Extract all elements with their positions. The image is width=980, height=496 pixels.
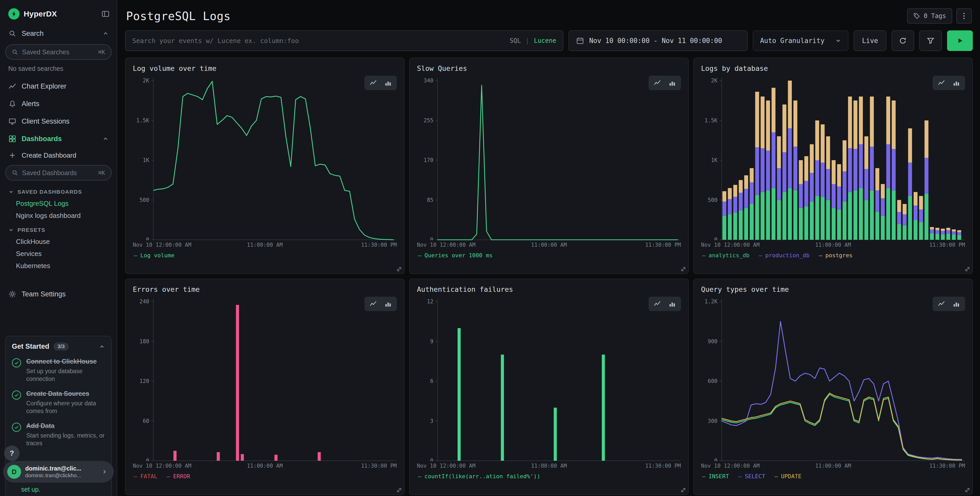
sidebar-item-client-sessions[interactable]: Client Sessions: [0, 113, 117, 130]
create-dashboard-button[interactable]: Create Dashboard: [0, 148, 117, 163]
time-range-picker[interactable]: Nov 10 00:00:00 - Nov 11 00:00:00: [568, 30, 748, 51]
lucene-mode-toggle[interactable]: Lucene: [534, 37, 557, 44]
line-chart-icon[interactable]: [935, 299, 948, 309]
legend-swatch: —: [819, 252, 822, 258]
resize-handle-icon[interactable]: [681, 266, 686, 272]
x-axis-labels: Nov 10 12:00:00 AM11:00:00 AM11:30:00 PM: [701, 463, 965, 469]
legend-item[interactable]: —UPDATE: [775, 473, 802, 480]
bar-chart-icon[interactable]: [666, 299, 678, 309]
live-button[interactable]: Live: [854, 30, 886, 51]
legend-item[interactable]: —countIf(like(arr..ation failed%')): [418, 473, 541, 480]
get-started-item-subtitle: Configure where your data comes from: [26, 399, 105, 415]
bar-chart-icon[interactable]: [382, 78, 394, 88]
get-started-progress-badge: 3/3: [54, 343, 69, 351]
svg-text:60: 60: [143, 418, 149, 424]
resize-handle-icon[interactable]: [396, 266, 402, 272]
sql-mode-toggle[interactable]: SQL: [510, 37, 521, 44]
legend-swatch: —: [702, 252, 705, 258]
line-chart-icon[interactable]: [651, 78, 663, 88]
filter-button[interactable]: [919, 30, 942, 51]
legend-swatch: —: [418, 473, 421, 480]
saved-dashboards-input[interactable]: Saved Dashboards ⌘K: [5, 165, 112, 180]
line-chart-icon[interactable]: [367, 78, 379, 88]
line-chart-icon[interactable]: [367, 299, 379, 309]
resize-handle-icon[interactable]: [396, 487, 402, 493]
sidebar-item-search[interactable]: Search: [0, 25, 117, 42]
legend-item[interactable]: —SELECT: [738, 473, 765, 480]
get-started-item-add-data[interactable]: Add Data Start sending logs, metrics, or…: [12, 421, 105, 447]
svg-text:255: 255: [423, 117, 433, 124]
bar-chart-icon[interactable]: [950, 78, 963, 88]
legend-item[interactable]: —INSERT: [702, 473, 729, 480]
chart-card-auth-failures: Authentication failures 129630 Nov 10 12…: [409, 279, 689, 495]
granularity-select[interactable]: Auto Granularity: [753, 30, 848, 51]
legend-label: ERROR: [173, 473, 190, 480]
presets-section-header[interactable]: PRESETS: [0, 222, 117, 236]
brand[interactable]: HyperDX: [8, 8, 57, 19]
gear-icon: [8, 290, 16, 298]
chart-card-errors: Errors over time 240180120600 Nov 10 12:…: [125, 279, 404, 495]
resize-handle-icon[interactable]: [964, 266, 970, 272]
svg-text:2K: 2K: [143, 78, 150, 84]
refresh-button[interactable]: [891, 30, 914, 51]
tags-button[interactable]: 0 Tags: [907, 8, 952, 24]
sidebar-item-team-settings[interactable]: Team Settings: [0, 285, 117, 303]
chart-title: Log volume over time: [133, 64, 397, 72]
sidebar-item-nginx-dashboard[interactable]: Nginx logs dashboard: [0, 210, 117, 222]
sidebar-item-postgresql-logs[interactable]: PostgreSQL Logs: [0, 198, 117, 210]
sidebar-item-kubernetes[interactable]: Kubernetes: [0, 260, 117, 272]
resize-handle-icon[interactable]: [681, 487, 686, 493]
bar-chart-icon[interactable]: [382, 299, 394, 309]
get-started-item-title: Add Data: [26, 421, 105, 430]
svg-text:0: 0: [146, 237, 149, 240]
run-query-button[interactable]: [947, 30, 973, 51]
legend-item[interactable]: —postgres: [819, 252, 853, 258]
get-started-item-title: Connect to ClickHouse: [26, 357, 105, 366]
chart-type-toggle: [649, 297, 681, 311]
chevron-up-icon[interactable]: [99, 343, 105, 350]
get-started-header[interactable]: Get Started 3/3: [12, 343, 105, 351]
bar-chart-icon[interactable]: [950, 299, 963, 309]
saved-dashboards-section-header[interactable]: SAVED DASHBOARDS: [0, 183, 117, 198]
sidebar-item-clickhouse[interactable]: ClickHouse: [0, 236, 117, 248]
legend-item[interactable]: —ERROR: [167, 473, 190, 480]
get-started-item-sources[interactable]: Create Data Sources Configure where your…: [12, 389, 105, 415]
sidebar-item-chart-explorer[interactable]: Chart Explorer: [0, 78, 117, 95]
x-tick-label: 11:00:00 AM: [505, 463, 593, 469]
legend-item[interactable]: —analytics_db: [702, 252, 749, 258]
chevron-up-icon: [102, 136, 108, 142]
divider: |: [525, 37, 529, 44]
query-toolbar: Search your events w/ Lucene ex. column:…: [125, 30, 973, 51]
more-menu-button[interactable]: [956, 8, 972, 24]
legend-label: Queries over 1000 ms: [425, 252, 493, 258]
chart-plot: 2K1.5K1K5000: [701, 75, 965, 240]
search-icon: [8, 30, 16, 37]
legend-swatch: —: [134, 252, 137, 258]
legend-item[interactable]: —FATAL: [134, 473, 157, 480]
sidebar-item-services[interactable]: Services: [0, 248, 117, 260]
line-chart-icon[interactable]: [651, 299, 663, 309]
help-button[interactable]: ?: [4, 445, 19, 461]
chart-title: Query types over time: [701, 285, 965, 293]
get-started-item-connect[interactable]: Connect to ClickHouse Set up your databa…: [12, 357, 105, 383]
user-menu[interactable]: D dominic.tran@clic... dominic.tran@clic…: [3, 461, 114, 483]
chart-canvas: 1.2K9006003000: [701, 297, 965, 461]
line-chart-icon[interactable]: [935, 78, 948, 88]
resize-handle-icon[interactable]: [964, 487, 970, 493]
legend-item[interactable]: —Log volume: [134, 252, 175, 258]
sidebar-item-alerts[interactable]: Alerts: [0, 95, 117, 113]
chart-card-slow-queries: Slow Queries 340255170850 Nov 10 12:00:0…: [409, 58, 689, 274]
sidebar-item-dashboards[interactable]: Dashboards: [0, 130, 117, 148]
avatar: D: [7, 465, 21, 479]
chart-canvas: 2K1.5K1K5000: [133, 75, 397, 240]
bar-chart-icon[interactable]: [666, 78, 678, 88]
saved-searches-input[interactable]: Saved Searches ⌘K: [5, 44, 112, 60]
x-tick-label: 11:00:00 AM: [789, 463, 877, 469]
legend-item[interactable]: —Queries over 1000 ms: [418, 252, 493, 258]
legend-item[interactable]: —production_db: [759, 252, 810, 258]
no-saved-searches-text: No saved searches: [0, 63, 117, 78]
get-started-setup-link[interactable]: set up.: [21, 486, 40, 493]
main-content: PostgreSQL Logs 0 Tags Search your event…: [117, 0, 980, 496]
collapse-sidebar-button[interactable]: [102, 10, 110, 18]
event-search-input[interactable]: Search your events w/ Lucene ex. column:…: [125, 30, 563, 51]
